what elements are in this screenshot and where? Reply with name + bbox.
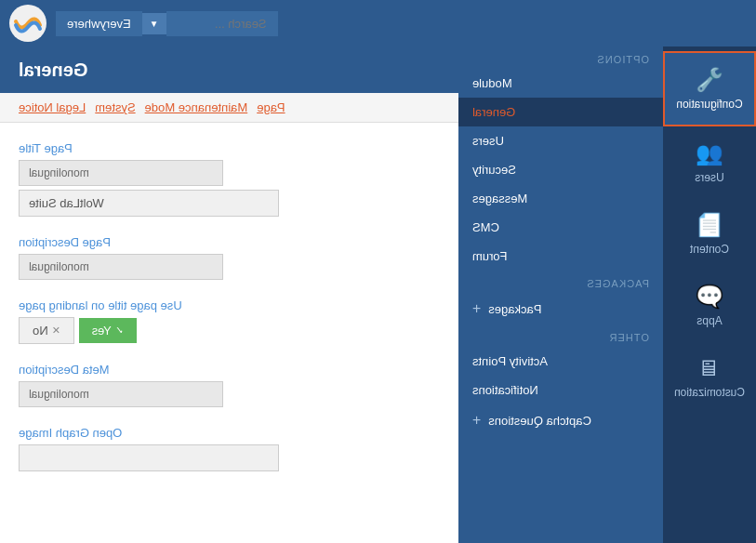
- sidebar-item-content-label: Content: [690, 243, 729, 256]
- meta-description-label: Meta Description: [19, 363, 440, 377]
- dropdown-activity-points[interactable]: Activity Points: [458, 347, 663, 376]
- x-icon: ✕: [52, 324, 60, 337]
- content-header: General: [0, 46, 458, 93]
- top-nav: ▼ Everywhere: [0, 0, 756, 46]
- sidebar-item-apps[interactable]: 💬 Apps: [663, 270, 756, 341]
- dropdown-security[interactable]: Security: [458, 155, 663, 184]
- toggle-group-landing: ✓ Yes ✕ No: [19, 317, 440, 344]
- right-sidebar: 🔧 Configuration 👥 Users 📄 Content 💬 Apps…: [663, 46, 756, 543]
- dropdown-users[interactable]: Users: [458, 126, 663, 155]
- other-header: OTHER: [458, 324, 663, 347]
- sidebar-item-content[interactable]: 📄 Content: [663, 198, 756, 270]
- options-header: OPTIONS: [458, 46, 663, 69]
- form-group-landing-page-title: Use page title on landing page ✓ Yes ✕ N…: [19, 298, 440, 344]
- dropdown-messages[interactable]: Messages: [458, 184, 663, 213]
- page-title-wrapper: monolingual: [19, 160, 440, 186]
- dropdown-notifications[interactable]: Notifications: [458, 376, 663, 404]
- checkmark-icon: ✓: [115, 324, 124, 337]
- main-content: General Page Maintenance Mode System Leg…: [0, 46, 458, 543]
- wrench-icon: 🔧: [696, 67, 723, 93]
- open-graph-input[interactable]: [19, 444, 279, 471]
- dropdown-captcha-questions[interactable]: Captcha Questions +: [458, 404, 663, 436]
- page-description-label: Page Description: [19, 235, 440, 249]
- open-graph-wrapper: [19, 444, 440, 471]
- sidebar-item-customization-label: Customization: [674, 386, 745, 399]
- breadcrumb-legal[interactable]: Legal Notice: [19, 100, 86, 114]
- sidebar-item-customization[interactable]: 🖥 Customization: [663, 341, 756, 413]
- apps-icon: 💬: [696, 284, 723, 310]
- dropdown-module[interactable]: Module: [458, 69, 663, 98]
- form-group-meta-description: Meta Description monolingual: [19, 363, 440, 407]
- meta-description-wrapper: monolingual: [19, 381, 440, 407]
- dropdown-forum[interactable]: Forum: [458, 242, 663, 271]
- content-icon: 📄: [696, 212, 723, 238]
- sidebar-item-configuration[interactable]: 🔧 Configuration: [663, 51, 756, 126]
- breadcrumb-bar: Page Maintenance Mode System Legal Notic…: [0, 93, 458, 123]
- main-layout: 🔧 Configuration 👥 Users 📄 Content 💬 Apps…: [0, 46, 756, 543]
- packages-header: PACKAGES: [458, 271, 663, 293]
- breadcrumb-page[interactable]: Page: [257, 100, 285, 114]
- search-scope-button[interactable]: Everywhere: [56, 11, 142, 36]
- form-group-page-title: Page Title monolingual: [19, 141, 440, 217]
- page-title-value-wrapper: [19, 190, 440, 217]
- dropdown-general[interactable]: General: [458, 98, 663, 126]
- landing-page-title-label: Use page title on landing page: [19, 298, 440, 312]
- sidebar-item-apps-label: Apps: [696, 314, 722, 327]
- search-input[interactable]: [166, 11, 278, 36]
- form-area: Page Title monolingual Page Description …: [0, 123, 458, 509]
- dropdown-cms[interactable]: CMS: [458, 213, 663, 242]
- sidebar-item-configuration-label: Configuration: [676, 98, 742, 111]
- form-group-open-graph: Open Graph Image: [19, 426, 440, 471]
- page-title-lang-badge[interactable]: monolingual: [19, 160, 223, 186]
- breadcrumb-system[interactable]: System: [95, 100, 135, 114]
- yes-button[interactable]: ✓ Yes: [79, 318, 137, 343]
- form-group-page-description: Page Description monolingual: [19, 235, 440, 280]
- open-graph-label: Open Graph Image: [19, 426, 440, 440]
- dropdown-menu: OPTIONS Module General Users Security Me…: [458, 46, 663, 543]
- meta-description-lang-badge[interactable]: monolingual: [19, 381, 223, 407]
- page-title: General: [19, 60, 87, 81]
- page-description-wrapper: monolingual: [19, 254, 440, 280]
- page-title-label: Page Title: [19, 141, 440, 155]
- users-icon: 👥: [696, 140, 723, 166]
- no-button[interactable]: ✕ No: [19, 317, 74, 344]
- sidebar-item-users-label: Users: [695, 171, 723, 184]
- page-description-lang-badge[interactable]: monolingual: [19, 254, 223, 280]
- page-title-input[interactable]: [19, 190, 279, 217]
- search-area: ▼ Everywhere: [56, 11, 278, 36]
- sidebar-item-users[interactable]: 👥 Users: [663, 126, 756, 198]
- app-logo[interactable]: [9, 5, 46, 42]
- captcha-plus-icon: +: [472, 412, 481, 429]
- search-dropdown-button[interactable]: ▼: [142, 13, 166, 34]
- dropdown-packages[interactable]: Packages +: [458, 293, 663, 324]
- customization-icon: 🖥: [698, 355, 721, 381]
- breadcrumb-maintenance[interactable]: Maintenance Mode: [145, 100, 248, 114]
- packages-plus-icon: +: [472, 300, 481, 317]
